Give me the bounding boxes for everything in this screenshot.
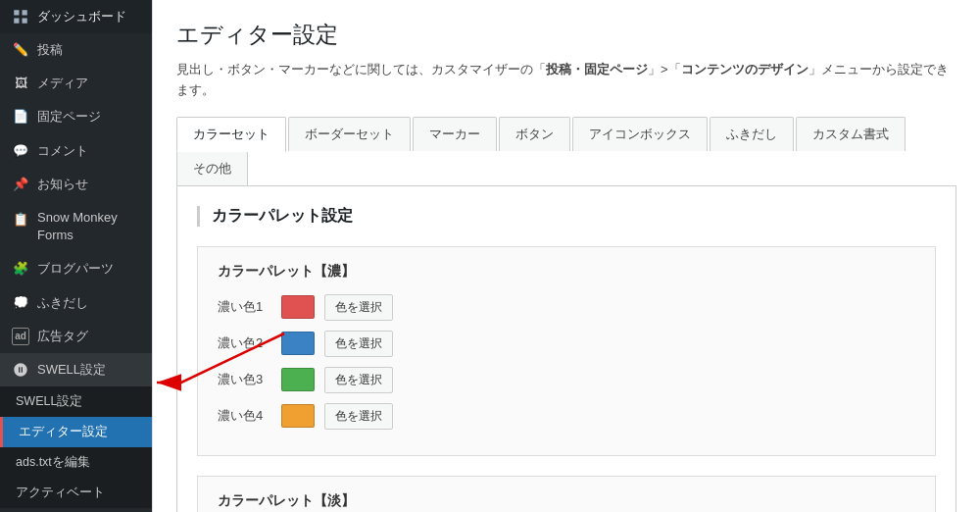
section-title: カラーパレット設定	[197, 206, 936, 227]
color-btn-dark-1[interactable]: 色を選択	[324, 294, 393, 321]
color-swatch-dark-4[interactable]	[281, 404, 315, 428]
svg-rect-3	[23, 19, 27, 24]
swell-label: SWELL設定	[37, 361, 106, 379]
description: 見出し・ボタン・マーカーなどに関しては、カスタマイザーの「投稿・固定ページ」>「…	[176, 60, 956, 101]
sidebar: ダッシュボード ✏️ 投稿 🖼 メディア 📄 固定ページ 💬 コメント 📌 お知…	[0, 0, 152, 512]
news-label: お知らせ	[37, 176, 88, 193]
desc-link1: 投稿・固定ページ	[546, 62, 648, 77]
tab-content-area: カラーパレット設定 カラーパレット【濃】 濃い色1 色を選択 濃い色2 色を選択…	[176, 185, 956, 512]
sidebar-item-pages[interactable]: 📄 固定ページ	[0, 100, 152, 133]
editor-settings-item[interactable]: エディター設定	[0, 417, 152, 447]
sidebar-item-news[interactable]: 📌 お知らせ	[0, 168, 152, 201]
color-swatch-dark-3[interactable]	[281, 368, 315, 391]
color-row-dark-2: 濃い色2 色を選択	[218, 331, 915, 357]
smf-label: Snow MonkeyForms	[37, 209, 118, 244]
sidebar-item-media[interactable]: 🖼 メディア	[0, 67, 152, 100]
color-btn-dark-2[interactable]: 色を選択	[324, 331, 393, 357]
comments-label: コメント	[37, 142, 88, 160]
color-label-dark-3: 濃い色3	[218, 371, 271, 388]
color-row-dark-1: 濃い色1 色を選択	[218, 294, 915, 321]
sidebar-item-smf[interactable]: 📋 Snow MonkeyForms	[0, 201, 152, 252]
blogparts-icon: 🧩	[12, 260, 29, 278]
posts-label: 投稿	[37, 41, 63, 59]
palette-dark-box: カラーパレット【濃】 濃い色1 色を選択 濃い色2 色を選択 濃い色3 色を選択…	[197, 246, 936, 456]
tab-custom-font[interactable]: カスタム書式	[796, 117, 906, 151]
swell-icon	[12, 361, 29, 379]
color-row-dark-3: 濃い色3 色を選択	[218, 367, 915, 393]
svg-rect-1	[23, 10, 27, 15]
svg-rect-2	[14, 19, 19, 24]
tab-color-set[interactable]: カラーセット	[176, 117, 286, 152]
tab-other[interactable]: その他	[176, 151, 248, 185]
sidebar-item-swell-settings-parent[interactable]: SWELL設定	[0, 353, 152, 386]
page-title: エディター設定	[176, 20, 956, 50]
sidebar-item-blogparts[interactable]: 🧩 ブログパーツ	[0, 252, 152, 285]
tab-bar: カラーセット ボーダーセット マーカー ボタン アイコンボックス ふきだし カス…	[176, 117, 956, 185]
color-swatch-dark-1[interactable]	[281, 295, 315, 319]
sidebar-item-dashboard[interactable]: ダッシュボード	[0, 0, 152, 33]
blogparts-label: ブログパーツ	[37, 260, 114, 278]
color-swatch-dark-2[interactable]	[281, 332, 315, 355]
color-btn-dark-4[interactable]: 色を選択	[324, 403, 393, 430]
palette-light-box: カラーパレット【淡】 淡い色1 色を選択 淡い色2 色を選択 淡い色3 色を選択	[197, 476, 936, 512]
sidebar-wrapper: ダッシュボード ✏️ 投稿 🖼 メディア 📄 固定ページ 💬 コメント 📌 お知…	[0, 0, 152, 512]
dashboard-label: ダッシュボード	[37, 8, 126, 26]
comments-icon: 💬	[12, 142, 29, 160]
main-content: エディター設定 見出し・ボタン・マーカーなどに関しては、カスタマイザーの「投稿・…	[152, 0, 980, 512]
sidebar-item-comments[interactable]: 💬 コメント	[0, 134, 152, 168]
news-icon: 📌	[12, 176, 29, 193]
fukidashi-label: ふきだし	[37, 294, 88, 312]
color-row-dark-4: 濃い色4 色を選択	[218, 403, 915, 430]
tab-marker[interactable]: マーカー	[413, 117, 497, 151]
adtag-label: 広告タグ	[37, 328, 88, 345]
tab-button[interactable]: ボタン	[499, 117, 570, 151]
swell-settings-item[interactable]: SWELL設定	[0, 386, 152, 417]
sidebar-item-adtag[interactable]: ad 広告タグ	[0, 320, 152, 353]
tab-icon-box[interactable]: アイコンボックス	[572, 117, 708, 151]
tab-fukidashi[interactable]: ふきだし	[710, 117, 794, 151]
posts-icon: ✏️	[12, 41, 29, 59]
media-icon: 🖼	[12, 75, 29, 92]
sidebar-item-fukidashi[interactable]: 💭 ふきだし	[0, 286, 152, 320]
palette-light-title: カラーパレット【淡】	[218, 492, 915, 510]
smf-icon: 📋	[12, 211, 29, 229]
tab-border-set[interactable]: ボーダーセット	[288, 117, 411, 151]
svg-rect-0	[14, 10, 19, 15]
pages-icon: 📄	[12, 108, 29, 126]
palette-dark-title: カラーパレット【濃】	[218, 263, 915, 281]
adtag-icon: ad	[12, 328, 29, 345]
activate-item[interactable]: アクティベート	[0, 478, 152, 508]
sidebar-item-posts[interactable]: ✏️ 投稿	[0, 33, 152, 67]
pages-label: 固定ページ	[37, 108, 101, 126]
media-label: メディア	[37, 75, 88, 92]
color-label-dark-4: 濃い色4	[218, 407, 271, 425]
color-btn-dark-3[interactable]: 色を選択	[324, 367, 393, 393]
dashboard-icon	[12, 8, 29, 26]
color-label-dark-2: 濃い色2	[218, 334, 271, 352]
fukidashi-icon: 💭	[12, 294, 29, 312]
desc-link2: コンテンツのデザイン	[681, 62, 808, 77]
ads-txt-item[interactable]: ads.txtを編集	[0, 447, 152, 478]
color-label-dark-1: 濃い色1	[218, 298, 271, 316]
